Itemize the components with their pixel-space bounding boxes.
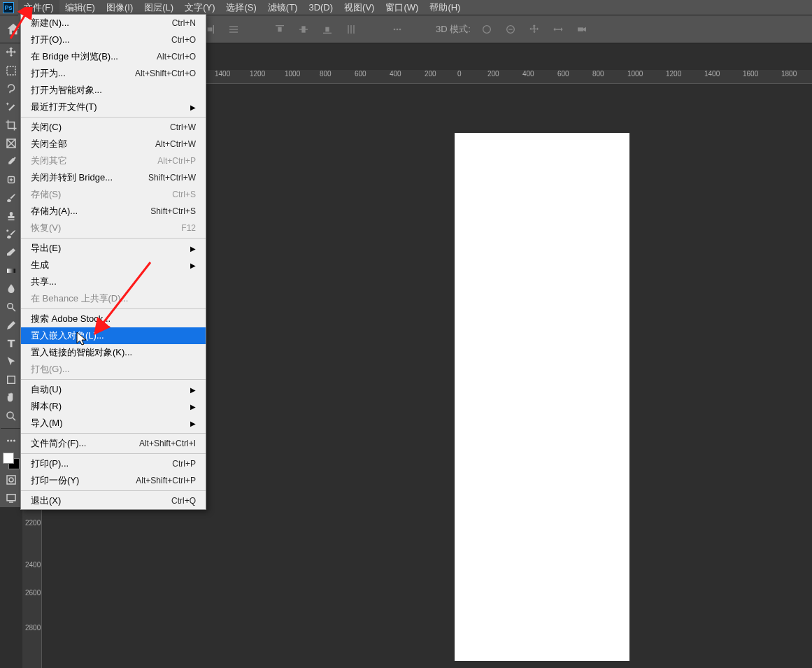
- menu-separator: [21, 117, 206, 118]
- menu-select[interactable]: 选择(S): [220, 0, 262, 15]
- menu-item[interactable]: 打开(O)...Ctrl+O: [21, 31, 206, 48]
- hand-icon[interactable]: [1, 390, 22, 406]
- submenu-arrow-icon: ▶: [190, 262, 196, 269]
- brush-icon[interactable]: [1, 190, 22, 206]
- foreground-color[interactable]: [3, 453, 14, 464]
- menu-item[interactable]: 共享...: [21, 273, 206, 290]
- 3d-orbit-icon[interactable]: [479, 22, 494, 37]
- submenu-arrow-icon: ▶: [190, 420, 196, 427]
- menu-item[interactable]: 退出(X)Ctrl+Q: [21, 492, 206, 509]
- crop-icon[interactable]: [1, 117, 22, 134]
- more-align-icon[interactable]: [390, 22, 405, 37]
- menu-item[interactable]: 导入(M)▶: [21, 415, 206, 432]
- menu-item[interactable]: 导出(E)▶: [21, 240, 206, 257]
- ruler-tick: 200: [425, 70, 436, 78]
- menu-shortcut: Ctrl+P: [172, 459, 196, 469]
- svg-point-19: [394, 28, 396, 30]
- menu-file[interactable]: 文件(F): [18, 0, 59, 15]
- menu-type[interactable]: 文字(Y): [179, 0, 220, 15]
- menu-item[interactable]: 存储为(A)...Shift+Ctrl+S: [21, 203, 206, 220]
- ruler-tick: 200: [487, 70, 499, 78]
- menu-item[interactable]: 自动(U)▶: [21, 381, 206, 398]
- 3d-pan-icon[interactable]: [527, 22, 542, 37]
- history-brush-icon[interactable]: [1, 226, 22, 243]
- menu-item[interactable]: 搜索 Adobe Stock...: [21, 311, 206, 327]
- distribute-icon[interactable]: [226, 22, 241, 37]
- menu-item-label: 打开为智能对象...: [31, 84, 102, 97]
- menu-item[interactable]: 关闭(C)Ctrl+W: [21, 119, 206, 136]
- screen-mode-icon[interactable]: [1, 490, 22, 506]
- dodge-icon[interactable]: [1, 299, 22, 315]
- path-select-icon[interactable]: [1, 353, 22, 370]
- gradient-icon[interactable]: [1, 262, 22, 279]
- toolbar: [0, 43, 22, 507]
- svg-point-33: [7, 440, 9, 442]
- menu-item: 关闭其它Alt+Ctrl+P: [21, 152, 206, 169]
- menu-item[interactable]: 打开为...Alt+Shift+Ctrl+O: [21, 65, 206, 82]
- menu-shortcut: Alt+Shift+Ctrl+O: [135, 69, 196, 78]
- menu-item[interactable]: 打印(P)...Ctrl+P: [21, 455, 206, 472]
- ruler-tick: 800: [592, 70, 604, 78]
- align-bottom-icon[interactable]: [320, 22, 335, 37]
- svg-rect-5: [213, 25, 214, 34]
- menu-item-label: 打开(O)...: [31, 34, 70, 46]
- menu-item[interactable]: 生成▶: [21, 257, 206, 273]
- menu-item-label: 打印一份(Y): [31, 474, 79, 487]
- menu-3d[interactable]: 3D(D): [303, 1, 339, 14]
- menu-item[interactable]: 置入链接的智能对象(K)...: [21, 344, 206, 361]
- color-swatches[interactable]: [1, 451, 21, 471]
- menu-item[interactable]: 最近打开文件(T)▶: [21, 99, 206, 115]
- mode-3d-label: 3D 模式:: [436, 23, 471, 36]
- menu-item-label: 退出(X): [31, 495, 61, 507]
- menu-item[interactable]: 打印一份(Y)Alt+Shift+Ctrl+P: [21, 472, 206, 489]
- menu-item-label: 打印(P)...: [31, 457, 69, 470]
- align-top-icon[interactable]: [272, 22, 287, 37]
- menu-item[interactable]: 关闭全部Alt+Ctrl+W: [21, 136, 206, 152]
- healing-icon[interactable]: [1, 171, 22, 188]
- move-icon[interactable]: [1, 44, 22, 61]
- menu-item[interactable]: 新建(N)...Ctrl+N: [21, 15, 206, 31]
- pen-icon[interactable]: [1, 317, 22, 334]
- menu-edit[interactable]: 编辑(E): [59, 0, 101, 15]
- 3d-camera-icon[interactable]: [574, 22, 590, 37]
- canvas-document[interactable]: [455, 133, 629, 661]
- eraser-icon[interactable]: [1, 244, 22, 261]
- shape-icon[interactable]: [1, 371, 22, 388]
- menu-item[interactable]: 在 Bridge 中浏览(B)...Alt+Ctrl+O: [21, 48, 206, 65]
- menu-item[interactable]: 脚本(R)▶: [21, 398, 206, 415]
- menu-layer[interactable]: 图层(L): [138, 0, 179, 15]
- quick-mask-icon[interactable]: [1, 471, 22, 488]
- 3d-roll-icon[interactable]: [503, 22, 518, 37]
- home-icon[interactable]: [6, 22, 21, 37]
- magic-wand-icon[interactable]: [1, 99, 22, 115]
- align-middle-icon[interactable]: [296, 22, 311, 37]
- menu-shortcut: Shift+Ctrl+S: [150, 206, 196, 216]
- svg-point-34: [10, 440, 12, 442]
- menu-item[interactable]: 打开为智能对象...: [21, 82, 206, 99]
- zoom-icon[interactable]: [1, 408, 22, 425]
- menu-item[interactable]: 文件简介(F)...Alt+Shift+Ctrl+I: [21, 435, 206, 452]
- 3d-slide-icon[interactable]: [550, 22, 566, 37]
- more-icon[interactable]: [1, 432, 22, 449]
- frame-icon[interactable]: [1, 135, 22, 152]
- menu-item-label: 打包(G)...: [31, 363, 70, 376]
- distribute-v-icon[interactable]: [343, 22, 359, 37]
- menu-item-label: 生成: [31, 259, 49, 271]
- menu-window[interactable]: 窗口(W): [380, 0, 424, 15]
- menu-filter[interactable]: 滤镜(T): [262, 0, 304, 15]
- menu-item-label: 新建(N)...: [31, 17, 69, 29]
- eyedropper-icon[interactable]: [1, 153, 22, 170]
- menu-image[interactable]: 图像(I): [101, 0, 138, 15]
- stamp-icon[interactable]: [1, 208, 22, 225]
- lasso-icon[interactable]: [1, 80, 22, 97]
- marquee-icon[interactable]: [1, 62, 22, 79]
- mouse-cursor-icon: [76, 331, 88, 350]
- menu-item[interactable]: 关闭并转到 Bridge...Shift+Ctrl+W: [21, 169, 206, 186]
- menu-item-label: 存储为(A)...: [31, 205, 78, 218]
- menu-item[interactable]: 置入嵌入对象(L)...: [21, 327, 206, 344]
- blur-icon[interactable]: [1, 280, 22, 297]
- menu-item: 存储(S)Ctrl+S: [21, 186, 206, 203]
- menu-help[interactable]: 帮助(H): [424, 0, 466, 15]
- type-icon[interactable]: [1, 335, 22, 352]
- menu-view[interactable]: 视图(V): [339, 0, 380, 15]
